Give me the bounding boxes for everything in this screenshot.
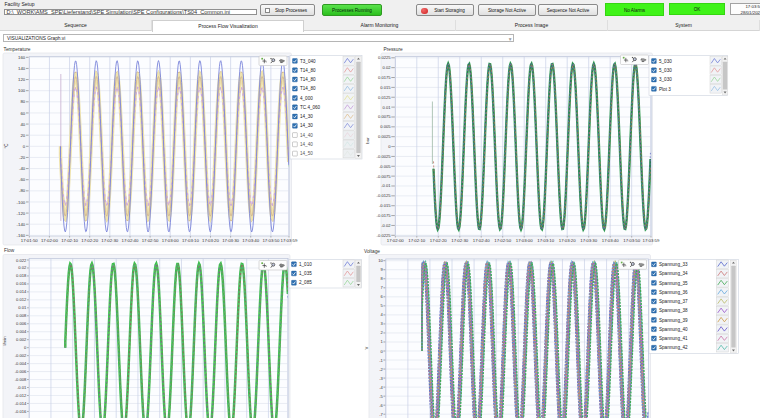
svg-text:17:02:20: 17:02:20	[430, 238, 447, 243]
svg-text:20: 20	[20, 133, 25, 138]
svg-text:17:02:10: 17:02:10	[61, 238, 78, 243]
svg-text:0.006: 0.006	[16, 321, 27, 326]
svg-text:-0.0125: -0.0125	[377, 193, 392, 198]
svg-text:17:03:30: 17:03:30	[222, 238, 239, 243]
svg-text:0.0075: 0.0075	[378, 114, 391, 119]
svg-text:Spannung_36: Spannung_36	[659, 290, 688, 295]
svg-text:17:02:40: 17:02:40	[473, 238, 490, 243]
svg-text:0.02: 0.02	[383, 65, 392, 70]
svg-text:17:02:30: 17:02:30	[451, 238, 468, 243]
svg-text:0.014: 0.014	[16, 289, 27, 294]
svg-text:10: 10	[378, 258, 383, 263]
svg-text:-40: -40	[19, 166, 26, 171]
svg-text:Spannung_37: Spannung_37	[659, 299, 688, 304]
svg-text:0.004: 0.004	[16, 329, 27, 334]
svg-text:17:03:00: 17:03:00	[162, 238, 179, 243]
svg-text:0.0225: 0.0225	[378, 55, 391, 60]
svg-text:-0.006: -0.006	[15, 369, 27, 374]
svg-text:0.01: 0.01	[383, 105, 392, 110]
svg-text:Spannung_38: Spannung_38	[659, 308, 688, 313]
svg-text:Voltage: Voltage	[364, 249, 380, 254]
svg-text:17:03:20: 17:03:20	[559, 238, 576, 243]
svg-text:0.018: 0.018	[16, 273, 27, 278]
svg-text:5_030: 5_030	[659, 68, 672, 73]
svg-text:0.005: 0.005	[380, 124, 391, 129]
svg-text:17:03:50: 17:03:50	[623, 238, 640, 243]
svg-text:1_035: 1_035	[299, 271, 312, 276]
svg-text:40: 40	[20, 122, 25, 127]
svg-text:-0.01: -0.01	[17, 385, 27, 390]
svg-text:-0.0025: -0.0025	[377, 154, 392, 159]
svg-text:-0.002: -0.002	[15, 353, 27, 358]
svg-text:-0.012: -0.012	[15, 393, 27, 398]
svg-text:0.02: 0.02	[18, 265, 27, 270]
svg-text:-0.008: -0.008	[15, 377, 27, 382]
svg-text:-120: -120	[17, 211, 26, 216]
svg-text:2_085: 2_085	[299, 280, 312, 285]
svg-text:17:03:10: 17:03:10	[182, 238, 199, 243]
svg-text:Temperature: Temperature	[4, 47, 31, 52]
svg-text:T14_80: T14_80	[300, 86, 316, 91]
svg-text:TC.4_060: TC.4_060	[300, 105, 321, 110]
svg-text:V: V	[364, 346, 369, 349]
svg-text:Flow: Flow	[4, 248, 15, 253]
svg-text:17:02:50: 17:02:50	[142, 238, 159, 243]
svg-text:0.01: 0.01	[18, 305, 27, 310]
svg-text:T3_040: T3_040	[300, 59, 316, 64]
svg-text:Spannung_40: Spannung_40	[659, 327, 688, 332]
svg-text:5_030: 5_030	[659, 59, 672, 64]
svg-text:-0.014: -0.014	[15, 401, 27, 406]
svg-text:0.002: 0.002	[16, 337, 27, 342]
svg-text:-0.02: -0.02	[381, 223, 391, 228]
svg-text:0.022: 0.022	[16, 258, 27, 263]
svg-text:100: 100	[18, 88, 26, 93]
svg-text:0.0025: 0.0025	[378, 134, 391, 139]
svg-text:4_000: 4_000	[300, 96, 313, 101]
svg-text:Pressure: Pressure	[384, 47, 404, 52]
svg-text:17:02:20: 17:02:20	[81, 238, 98, 243]
svg-text:Spannung_39: Spannung_39	[659, 318, 688, 323]
svg-text:0.012: 0.012	[16, 297, 27, 302]
svg-text:17:03:59: 17:03:59	[643, 238, 660, 243]
svg-text:Plot 3: Plot 3	[659, 87, 671, 92]
svg-text:-0.01: -0.01	[381, 183, 391, 188]
svg-text:160: 160	[18, 55, 26, 60]
svg-text:17:03:00: 17:03:00	[516, 238, 533, 243]
svg-text:0.016: 0.016	[16, 281, 27, 286]
svg-text:60: 60	[20, 111, 25, 116]
svg-text:3_030: 3_030	[659, 77, 672, 82]
svg-text:17:03:20: 17:03:20	[202, 238, 219, 243]
svg-text:17:02:10: 17:02:10	[408, 238, 425, 243]
svg-text:140: 140	[18, 66, 26, 71]
svg-text:17:02:00: 17:02:00	[387, 238, 404, 243]
svg-text:bar: bar	[365, 137, 370, 144]
svg-text:1_010: 1_010	[299, 262, 312, 267]
svg-text:17:02:30: 17:02:30	[101, 238, 118, 243]
svg-text:17:03:10: 17:03:10	[537, 238, 554, 243]
svg-text:-140: -140	[17, 222, 26, 227]
svg-text:17:03:40: 17:03:40	[242, 238, 259, 243]
svg-text:Spannung_34: Spannung_34	[659, 271, 688, 276]
svg-text:0.015: 0.015	[380, 85, 391, 90]
svg-text:17:02:40: 17:02:40	[122, 238, 139, 243]
svg-text:17:02:50: 17:02:50	[494, 238, 511, 243]
svg-text:0.008: 0.008	[16, 313, 27, 318]
svg-text:T14_80: T14_80	[300, 68, 316, 73]
svg-text:14_40: 14_40	[300, 133, 313, 138]
svg-text:0.0175: 0.0175	[378, 75, 391, 80]
svg-text:-60: -60	[19, 177, 26, 182]
svg-text:Spannung_41: Spannung_41	[659, 336, 688, 341]
svg-text:-100: -100	[17, 200, 26, 205]
svg-text:l/min: l/min	[2, 336, 7, 346]
svg-text:-0.016: -0.016	[15, 409, 27, 414]
svg-text:-20: -20	[19, 155, 26, 160]
svg-text:14_40: 14_40	[300, 142, 313, 147]
svg-text:Spannung_33: Spannung_33	[659, 262, 688, 267]
svg-text:17:03:59: 17:03:59	[281, 238, 298, 243]
svg-text:°C: °C	[4, 143, 9, 149]
svg-text:17:03:50: 17:03:50	[262, 238, 279, 243]
svg-text:Spannung_42: Spannung_42	[659, 345, 688, 350]
svg-text:-80: -80	[19, 188, 26, 193]
svg-text:-0.0075: -0.0075	[377, 174, 392, 179]
svg-text:17:03:40: 17:03:40	[602, 238, 619, 243]
